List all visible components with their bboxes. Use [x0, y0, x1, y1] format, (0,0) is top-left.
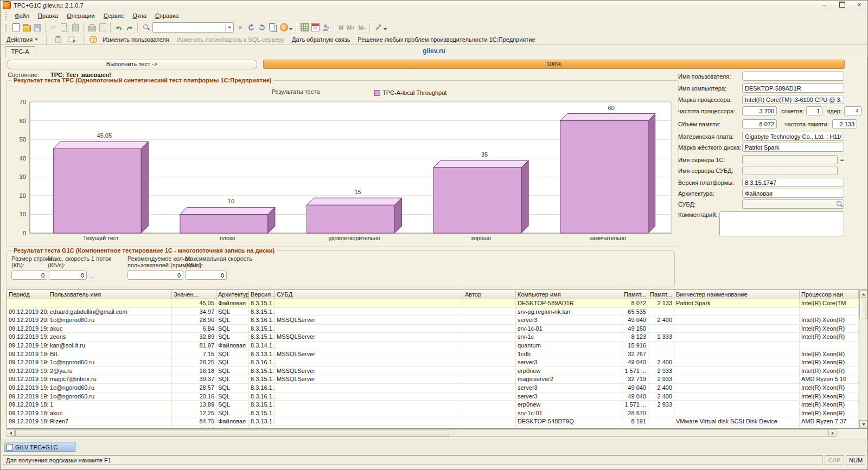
server-dbms-field[interactable] — [742, 166, 838, 175]
refresh-table-icon[interactable] — [67, 34, 78, 45]
minimize-icon[interactable]: – — [820, 2, 829, 9]
table-row[interactable]: 09.12.2019 20:1...1c@ngorod60.ru28,90SQL… — [7, 316, 860, 325]
ram-freq-field[interactable] — [832, 119, 857, 128]
computer-name-field[interactable] — [742, 83, 844, 93]
column-header[interactable]: Памят... — [622, 290, 648, 299]
new-document-icon[interactable] — [10, 22, 21, 33]
info-icon[interactable]: i — [278, 22, 289, 33]
menu-help[interactable]: Справка — [151, 11, 183, 20]
search-combobox[interactable] — [152, 22, 234, 33]
save-icon[interactable] — [32, 22, 43, 33]
menubar-grip[interactable] — [5, 12, 7, 20]
platform-version-field[interactable] — [742, 178, 844, 187]
table-row[interactable]: 09.12.2019 18:5...113,89SQL8.3.15.1...er… — [7, 401, 860, 409]
ram-size-field[interactable] — [742, 119, 777, 128]
g1c-max-speed-1-field[interactable] — [49, 271, 87, 280]
column-header[interactable]: Памят... — [648, 290, 674, 299]
performance-solutions-link[interactable]: Решение любых проблем производительности… — [356, 36, 538, 43]
g1c-row-size-field[interactable] — [11, 271, 47, 280]
memory-plus-button[interactable]: M+ — [345, 24, 357, 31]
menu-edit[interactable]: Правка — [34, 11, 62, 20]
window-tab-gilv[interactable]: GILV TPC+G1C — [4, 442, 75, 452]
paste-icon[interactable] — [70, 22, 81, 33]
calculator-icon[interactable] — [299, 22, 310, 33]
gilev-link[interactable]: gilev.ru — [1, 47, 867, 55]
sockets-field[interactable] — [806, 106, 822, 115]
column-header[interactable]: Период — [7, 290, 48, 299]
column-header[interactable]: Автор — [463, 290, 516, 299]
column-header[interactable]: Процессор наи — [800, 290, 859, 299]
motherboard-field[interactable] — [742, 132, 844, 141]
table-row[interactable]: 09.12.2019 19:5...kan@sol-it.ru81,97Файл… — [7, 342, 860, 350]
tools-dropdown-icon[interactable] — [384, 28, 387, 30]
table-row[interactable]: 09.12.2019 18:3...20,52SQL8.3.12... — [7, 426, 860, 428]
horizontal-scroll-thumb[interactable] — [15, 430, 449, 436]
maximize-icon[interactable] — [837, 2, 847, 9]
users-icon[interactable] — [321, 22, 331, 33]
dbms-field[interactable] — [742, 199, 844, 209]
menu-file[interactable]: Файл — [10, 11, 34, 20]
table-row[interactable]: 09.12.2019 19:4...BIL7,15SQL8.3.13.1...M… — [7, 350, 860, 359]
info-dropdown-icon[interactable] — [289, 28, 292, 30]
change-user-link[interactable]: Изменить пользователя — [100, 36, 171, 43]
table-row[interactable]: 09.12.2019 19:2...magic7@inbox.ru39,37SQ… — [7, 375, 860, 384]
undo-icon[interactable] — [113, 22, 124, 33]
open-icon[interactable] — [21, 22, 32, 33]
menu-windows[interactable]: Окна — [128, 11, 151, 20]
run-test-button[interactable]: Выполнить тест -> — [7, 60, 257, 69]
scroll-down-icon[interactable] — [859, 420, 867, 428]
toolbar-grip[interactable] — [5, 24, 7, 31]
column-header[interactable]: СУБД — [275, 290, 463, 299]
tab-tpc-a[interactable]: TPC-A — [5, 46, 35, 58]
user-name-field[interactable] — [742, 72, 844, 81]
cut-icon[interactable]: ✂ — [48, 22, 59, 33]
column-header[interactable]: Компьютер имя — [516, 290, 622, 299]
column-header[interactable]: Значен... — [172, 290, 216, 299]
column-header[interactable]: Пользователь имя — [48, 290, 172, 299]
scroll-up-icon[interactable] — [859, 290, 867, 298]
comment-field[interactable] — [719, 211, 844, 236]
vertical-scroll-thumb[interactable] — [859, 299, 867, 319]
table-row[interactable]: 09.12.2019 19:5...zeons32,89SQL8.3.15.1.… — [7, 333, 860, 342]
server-1c-field[interactable] — [742, 155, 838, 164]
scroll-right-icon[interactable] — [828, 430, 836, 436]
print-icon[interactable] — [86, 22, 97, 33]
redo-icon[interactable] — [124, 22, 135, 33]
actions-dropdown-button[interactable]: Действия — [4, 35, 41, 44]
tools-icon[interactable] — [373, 22, 384, 33]
close-icon[interactable]: × — [854, 2, 864, 9]
column-header[interactable]: Винчестер наименование — [674, 290, 800, 299]
menu-operations[interactable]: Операции — [62, 11, 99, 20]
scroll-left-icon[interactable] — [7, 430, 15, 436]
print-preview-icon[interactable] — [97, 22, 108, 33]
menu-service[interactable]: Сервис — [99, 11, 129, 20]
copy-icon[interactable] — [59, 22, 70, 33]
table-row[interactable]: 09.12.2019 19:0...1c@ngorod60.ru20,16SQL… — [7, 392, 860, 401]
column-header[interactable]: Архитектура — [216, 290, 249, 299]
navigate-forward-icon[interactable] — [257, 22, 267, 33]
table-vertical-scrollbar[interactable] — [859, 290, 867, 428]
table-row[interactable]: 09.12.2019 19:3...1c@ngorod60.ru28,25SQL… — [7, 358, 860, 367]
clear-search-icon[interactable]: × — [235, 22, 246, 33]
calendar-icon[interactable]: 31 — [310, 22, 321, 33]
table-row[interactable]: 09.12.2019 20:1...eduard.gabdullin@gmail… — [7, 308, 860, 317]
chevron-down-icon[interactable] — [225, 23, 233, 32]
memory-minus-button[interactable]: M- — [357, 24, 367, 31]
search-icon[interactable] — [141, 22, 151, 33]
navigate-back-icon[interactable] — [246, 22, 257, 33]
feedback-link[interactable]: Дать обратную связь — [290, 36, 352, 43]
help-icon[interactable]: ? — [90, 36, 97, 43]
memory-recall-button[interactable]: M — [337, 24, 345, 31]
g1c-max-speed-field[interactable] — [185, 271, 227, 280]
g1c-users-field[interactable] — [127, 271, 183, 280]
table-row[interactable]: 09.12.2019 20:2...45,05Файловая8.3.15.1.… — [7, 299, 860, 308]
cpu-freq-field[interactable] — [742, 106, 777, 115]
revert-row-icon[interactable] — [53, 34, 63, 45]
cores-field[interactable] — [844, 106, 861, 115]
cpu-brand-field[interactable] — [742, 95, 844, 104]
architecture-field[interactable] — [742, 189, 844, 198]
table-horizontal-scrollbar[interactable] — [7, 429, 837, 437]
dbms-search-icon[interactable] — [836, 201, 843, 208]
hdd-brand-field[interactable] — [742, 143, 844, 152]
copy-pages-icon[interactable] — [267, 22, 278, 33]
